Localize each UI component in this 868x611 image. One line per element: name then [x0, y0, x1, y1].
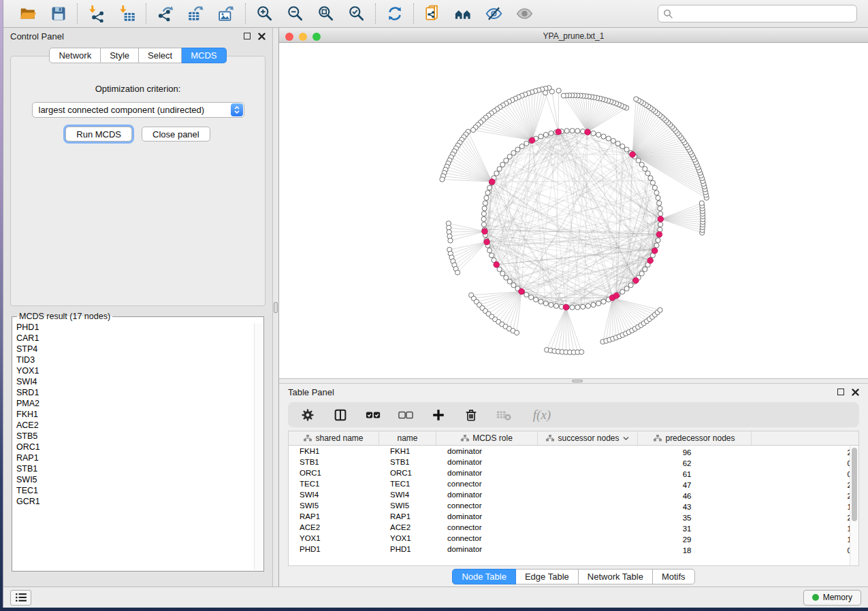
deselect-all-columns-icon[interactable] — [398, 407, 414, 423]
table-row[interactable]: SWI4SWI4dominator462 — [289, 489, 858, 500]
close-panel-button[interactable]: Close panel — [142, 127, 210, 142]
open-session-icon[interactable] — [18, 5, 37, 23]
zoom-out-icon[interactable] — [286, 5, 304, 23]
table-scrollbar[interactable] — [850, 446, 858, 565]
network-graph[interactable] — [279, 43, 868, 378]
table-row[interactable]: ACE2ACE2connector311 — [289, 522, 858, 533]
tab-node-table[interactable]: Node Table — [452, 569, 516, 584]
mcds-list-item[interactable]: PHD1 — [16, 322, 254, 333]
export-image-icon[interactable] — [217, 5, 236, 23]
maximize-window-icon[interactable] — [312, 33, 321, 41]
table-row[interactable]: TEC1TEC1connector472 — [289, 478, 858, 489]
table-row[interactable]: YOX1YOX1connector291 — [289, 533, 858, 544]
mcds-list-item[interactable]: ACE2 — [16, 420, 254, 431]
save-session-icon[interactable] — [49, 5, 67, 23]
mcds-list-item[interactable]: STP4 — [16, 344, 254, 354]
table-row[interactable]: PHD1PHD1dominator180 — [289, 544, 858, 555]
hide-selected-icon[interactable] — [485, 5, 503, 23]
cell-MCDS-role: dominator — [436, 447, 538, 455]
table-row[interactable]: STB1STB1dominator620 — [289, 457, 858, 467]
shared-column-icon — [654, 435, 662, 442]
graph-node — [658, 206, 662, 211]
mcds-list-item[interactable]: GCR1 — [16, 496, 254, 507]
tab-style[interactable]: Style — [101, 48, 139, 63]
float-panel-icon[interactable] — [837, 389, 844, 395]
mcds-list-item[interactable]: FKH1 — [16, 409, 254, 420]
gear-icon[interactable] — [300, 407, 316, 423]
float-panel-icon[interactable] — [244, 33, 251, 39]
graph-node — [481, 212, 486, 216]
cell-shared-name: ORC1 — [289, 469, 379, 477]
table-row[interactable]: SWI5SWI5connector431 — [289, 500, 858, 511]
splitter-grip[interactable] — [274, 302, 278, 313]
column-header-name[interactable]: name — [379, 431, 436, 445]
split-columns-icon[interactable] — [332, 407, 349, 423]
graph-node — [543, 301, 548, 306]
graph-node — [549, 89, 554, 94]
new-network-from-selection-icon[interactable] — [423, 5, 442, 23]
tab-mcds[interactable]: MCDS — [182, 48, 226, 63]
mcds-list-item[interactable]: STB1 — [16, 463, 254, 474]
mcds-list-item[interactable]: CAR1 — [16, 333, 254, 344]
graph-node — [507, 279, 512, 284]
tab-motifs[interactable]: Motifs — [653, 569, 695, 584]
mcds-list-item[interactable]: YOX1 — [16, 365, 254, 376]
cell-MCDS-role: connector — [436, 523, 538, 531]
mcds-list-item[interactable]: SWI4 — [16, 376, 254, 387]
network-canvas[interactable] — [279, 43, 868, 378]
cell-predecessor-nodes: 0 — [698, 457, 859, 467]
column-header-successor-nodes[interactable]: successor nodes — [538, 431, 638, 445]
graph-node — [564, 129, 569, 133]
zoom-selected-icon[interactable] — [347, 5, 366, 23]
mcds-graph-node — [484, 239, 490, 245]
mcds-list-item[interactable]: SRD1 — [16, 387, 254, 398]
search-input[interactable] — [677, 9, 852, 19]
zoom-fit-icon[interactable] — [317, 5, 335, 23]
tab-network[interactable]: Network — [49, 48, 101, 63]
mcds-list-item[interactable]: TID3 — [16, 354, 254, 365]
mcds-list-item[interactable]: STB5 — [16, 431, 254, 442]
import-network-icon[interactable] — [87, 5, 106, 23]
memory-button[interactable]: Memory — [803, 590, 861, 606]
mcds-graph-node — [585, 129, 591, 135]
mcds-list-item[interactable]: RAP1 — [16, 452, 254, 463]
optimization-criterion-select[interactable]: largest connected component (undirected) — [32, 102, 244, 118]
zoom-in-icon[interactable] — [255, 5, 274, 23]
column-header-shared-name[interactable]: shared name — [289, 431, 379, 445]
close-panel-icon[interactable] — [852, 389, 859, 396]
node-table: shared namename MCDS role successor node… — [288, 431, 859, 566]
cell-shared-name: PHD1 — [289, 545, 379, 553]
select-all-columns-icon[interactable] — [365, 407, 381, 423]
delete-column-icon[interactable] — [463, 407, 479, 423]
splitter-grip[interactable] — [572, 380, 583, 382]
import-table-icon[interactable] — [118, 5, 136, 23]
close-panel-icon[interactable] — [258, 33, 266, 40]
tab-select[interactable]: Select — [139, 48, 182, 63]
close-window-icon[interactable] — [285, 33, 293, 41]
search-box[interactable] — [658, 5, 857, 22]
scrollbar-thumb[interactable] — [852, 448, 857, 521]
mcds-list-item[interactable]: ORC1 — [16, 442, 254, 452]
column-header-MCDS-role[interactable]: MCDS role — [436, 431, 538, 445]
first-neighbors-icon[interactable] — [454, 5, 472, 23]
task-history-button[interactable] — [10, 590, 31, 606]
table-row[interactable]: FKH1FKH1dominator962 — [289, 446, 858, 457]
horizontal-splitter[interactable] — [279, 379, 868, 384]
mcds-result-scrollbar[interactable] — [254, 323, 263, 569]
mcds-list-item[interactable]: TEC1 — [16, 485, 254, 496]
mcds-list-item[interactable]: PMA2 — [16, 398, 254, 409]
export-table-icon[interactable] — [187, 5, 205, 23]
tab-edge-table[interactable]: Edge Table — [516, 569, 579, 584]
mcds-list-item[interactable]: SWI5 — [16, 474, 254, 485]
minimize-window-icon[interactable] — [299, 33, 307, 41]
table-row[interactable]: ORC1ORC1dominator610 — [289, 467, 858, 478]
column-header-predecessor-nodes[interactable]: predecessor nodes — [638, 431, 752, 445]
add-column-icon[interactable] — [430, 407, 447, 423]
export-network-icon[interactable] — [156, 5, 174, 23]
apply-preferred-layout-icon[interactable] — [385, 5, 404, 23]
mcds-result-list[interactable]: PHD1CAR1STP4TID3YOX1SWI4SRD1PMA2FKH1ACE2… — [12, 321, 263, 571]
run-mcds-button[interactable]: Run MCDS — [65, 127, 132, 142]
vertical-splitter[interactable] — [272, 28, 279, 587]
tab-network-table[interactable]: Network Table — [579, 569, 653, 584]
table-row[interactable]: RAP1RAP1dominator352 — [289, 511, 858, 522]
